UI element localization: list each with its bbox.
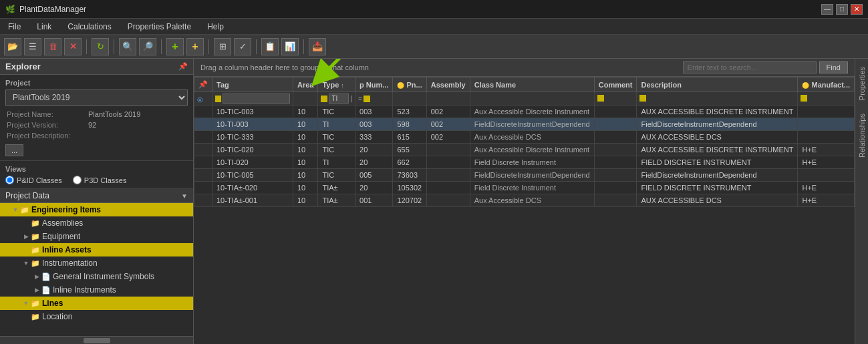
table-cell: Aux Accessible Discrete Instrument: [470, 106, 594, 118]
sidebar-item-lines[interactable]: ▼ 📁 Lines: [0, 297, 193, 310]
col-header-grp-num[interactable]: p Num...: [355, 77, 393, 92]
p3d-classes-radio[interactable]: P3D Classes: [73, 176, 127, 184]
menu-link[interactable]: Link: [34, 21, 54, 33]
inline-assets-label: Inline Assets: [42, 245, 92, 254]
minimize-button[interactable]: —: [821, 4, 833, 15]
table-cell: H+E: [798, 156, 855, 169]
toolbar-add-green-button[interactable]: +: [166, 38, 184, 55]
col-header-pn[interactable]: 🟡 Pn...: [393, 77, 426, 92]
filter-grpnum-cell[interactable]: =: [355, 92, 393, 106]
sidebar-item-inline-instruments[interactable]: ▶ 📄 Inline Instruments: [0, 283, 193, 297]
menu-bar: File Link Calculations Properties Palett…: [0, 19, 868, 35]
toolbar-add-yellow-button[interactable]: +: [186, 38, 204, 55]
misc-button[interactable]: ...: [5, 144, 23, 156]
col-header-tag[interactable]: Tag: [212, 77, 293, 92]
table-cell: 10: [293, 106, 317, 118]
sidebar-item-instrumentation[interactable]: ▼ 📁 Instrumentation: [0, 256, 193, 270]
menu-file[interactable]: File: [5, 21, 23, 33]
sidebar-item-location[interactable]: 📁 Location: [0, 310, 193, 323]
table-cell: AUX ACCESSIBLE DCS: [637, 131, 798, 144]
toolbar-delete-button[interactable]: 🗑: [44, 38, 61, 55]
table-cell: Aux Accessible DCS: [470, 131, 594, 144]
menu-properties-palette[interactable]: Properties Palette: [125, 21, 194, 33]
filter-tag-input[interactable]: [223, 94, 290, 104]
sidebar-scrollbar[interactable]: [0, 336, 193, 344]
table-cell: FieldDiscreteInstrumentDependend: [637, 118, 798, 131]
table-cell: TIC: [318, 131, 355, 144]
col-header-comment[interactable]: Comment: [594, 77, 637, 92]
table-cell: FieldDiscreteInstrumentDependend: [470, 169, 594, 182]
table-row[interactable]: 10-TI-00310TI003598002FieldDiscreteInstr…: [194, 118, 855, 131]
table-row[interactable]: 10-TI-02010TI20662Field Discrete Instrum…: [194, 156, 855, 169]
col-header-type[interactable]: Type ↑: [318, 77, 355, 92]
filter-type-cell[interactable]: |: [318, 92, 355, 106]
pid-classes-input[interactable]: [5, 176, 14, 184]
sidebar-item-general-instrument-symbols[interactable]: ▶ 📄 General Instrument Symbols: [0, 270, 193, 283]
toolbar-grid-button[interactable]: ⊞: [214, 38, 231, 55]
engineering-items-label: Engineering Items: [31, 205, 101, 214]
table-cell: TIC: [318, 106, 355, 118]
filter-tag-cell[interactable]: [212, 92, 293, 106]
pid-classes-radio[interactable]: P&ID Classes: [5, 176, 62, 184]
table-row[interactable]: 10-TIA±-00110TIA±001120702Aux Accessible…: [194, 194, 855, 207]
table-cell: [594, 156, 637, 169]
restore-button[interactable]: □: [836, 4, 848, 15]
filter-desc-icon: [639, 95, 646, 102]
table-cell: TIA±: [318, 194, 355, 207]
table-cell: [798, 118, 855, 131]
project-data-header[interactable]: Project Data ▼: [0, 189, 193, 203]
table-cell: [426, 169, 470, 182]
sidebar-item-engineering-items[interactable]: ▼ 📁 Engineering Items: [0, 203, 193, 216]
toolbar-open-button[interactable]: 📂: [4, 38, 21, 55]
toolbar-export2-button[interactable]: 📊: [281, 38, 299, 55]
col-pin[interactable]: 📌: [194, 77, 212, 92]
table-cell: 002: [426, 131, 470, 144]
toolbar-filter2-button[interactable]: 🔎: [139, 38, 156, 55]
project-data-label: Project Data: [5, 191, 49, 200]
col-header-description[interactable]: Description: [637, 77, 798, 92]
toolbar: 📂 ☰ 🗑 ✕ ↻ 🔍 🔎 + + ⊞ ✓ 📋 📊 📥: [0, 35, 868, 59]
filter-type-input[interactable]: [329, 94, 349, 104]
toolbar-refresh-button[interactable]: ↻: [92, 38, 109, 55]
close-button[interactable]: ✕: [851, 4, 863, 15]
properties-tab[interactable]: Properties: [858, 67, 866, 100]
table-row[interactable]: 10-TIC-33310TIC333615002Aux Accessible D…: [194, 131, 855, 144]
folder-icon-lines: 📁: [31, 299, 40, 308]
find-button[interactable]: Find: [819, 61, 848, 73]
table-cell: 10-TIC-333: [212, 131, 293, 144]
sidebar-item-inline-assets[interactable]: 📁 Inline Assets: [0, 243, 193, 256]
menu-calculations[interactable]: Calculations: [65, 21, 114, 33]
relationships-tab[interactable]: Relationships: [858, 114, 866, 158]
table-row[interactable]: 10-TIC-02010TIC20655Aux Accessible Discr…: [194, 144, 855, 156]
toolbar-sep-3: [161, 39, 162, 54]
toolbar-close-button[interactable]: ✕: [64, 38, 82, 55]
project-info: Project Name: PlantTools 2019 Project Ve…: [5, 108, 188, 156]
sidebar-item-assemblies[interactable]: 📁 Assemblies: [0, 216, 193, 230]
project-version-value: 92: [88, 120, 186, 130]
col-header-assembly[interactable]: Assembly: [426, 77, 470, 92]
p3d-classes-input[interactable]: [73, 176, 82, 184]
col-header-manufact[interactable]: 🟡 Manufact...: [798, 77, 855, 92]
col-header-class-name[interactable]: Class Name: [470, 77, 594, 92]
table-row[interactable]: 10-TIC-00310TIC003523002Aux Accessible D…: [194, 106, 855, 118]
menu-help[interactable]: Help: [204, 21, 227, 33]
toolbar-check-button[interactable]: ✓: [234, 38, 251, 55]
sidebar-item-equipment[interactable]: ▶ 📁 Equipment: [0, 230, 193, 243]
filter-pin-cell: ◎: [194, 92, 212, 106]
table-row[interactable]: 10-TIA±-02010TIA±20105302Field Discrete …: [194, 182, 855, 194]
toolbar-filter1-button[interactable]: 🔍: [119, 38, 136, 55]
table-cell: 333: [355, 131, 393, 144]
col-header-area[interactable]: Area: [293, 77, 317, 92]
search-input[interactable]: [683, 61, 817, 73]
toolbar-list-button[interactable]: ☰: [24, 38, 41, 55]
toolbar-export1-button[interactable]: 📋: [261, 38, 279, 55]
table-cell: [194, 194, 212, 207]
table-cell: 120702: [393, 194, 426, 207]
table-row[interactable]: 10-TIC-00510TIC00573603FieldDiscreteInst…: [194, 169, 855, 182]
project-select[interactable]: PlantTools 2019: [5, 90, 188, 106]
grid-wrapper[interactable]: 📌 Tag Area Type ↑ p Num... 🟡 Pn... Assem…: [194, 77, 855, 344]
table-cell: 655: [393, 144, 426, 156]
explorer-label: Explorer: [5, 61, 41, 71]
views-section: Views P&ID Classes P3D Classes: [0, 161, 193, 189]
toolbar-import-button[interactable]: 📥: [309, 38, 326, 55]
